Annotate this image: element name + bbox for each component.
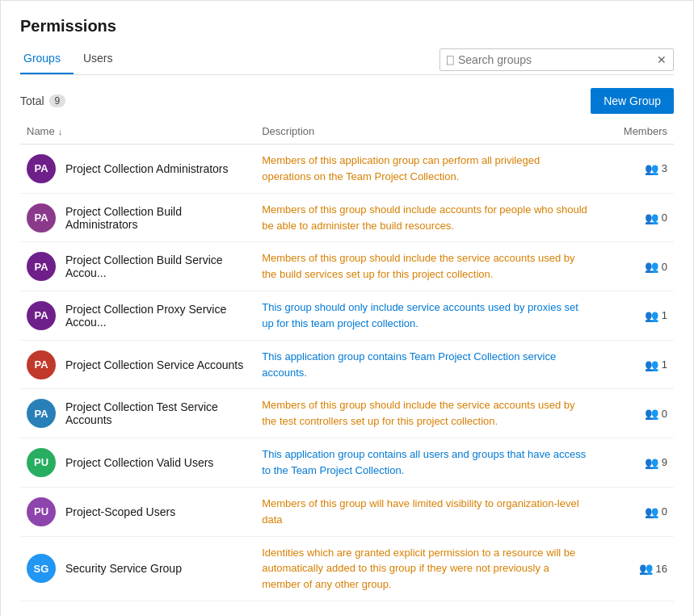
group-name[interactable]: Project Collection Administrators <box>65 162 229 175</box>
group-description-cell: This group should only include service a… <box>255 291 595 341</box>
tab-groups[interactable]: Groups <box>20 45 74 74</box>
group-name-cell: PA Project Collection Proxy Service Acco… <box>20 291 255 341</box>
group-name[interactable]: Security Service Group <box>65 562 182 575</box>
group-description-cell: This application group contains all user… <box>255 438 595 488</box>
group-avatar: PU <box>27 497 56 526</box>
sort-arrow-icon[interactable]: ↓ <box>58 127 63 136</box>
group-description-cell: Members of this group should include acc… <box>255 193 595 242</box>
members-icon: 👥 <box>639 562 653 575</box>
search-input[interactable] <box>458 53 652 66</box>
search-icon: ⎕ <box>447 53 453 66</box>
clear-icon[interactable]: ✕ <box>657 53 667 66</box>
group-name[interactable]: Project Collection Build Service Accou..… <box>65 254 249 279</box>
table-row: PA Project Collection Test Service Accou… <box>20 389 674 438</box>
group-name[interactable]: Project Collection Proxy Service Accou..… <box>65 303 249 329</box>
group-avatar: PA <box>27 154 56 183</box>
group-members-cell[interactable]: 👥 0 <box>595 389 674 438</box>
members-icon: 👥 <box>645 212 658 224</box>
group-name[interactable]: Project Collection Test Service Accounts <box>65 400 249 426</box>
group-name[interactable]: Project Collection Valid Users <box>65 456 213 469</box>
groups-table: Name ↓ Description Members PA Project Co… <box>20 120 674 601</box>
group-avatar: PA <box>27 301 56 330</box>
members-count: 9 <box>662 456 667 468</box>
group-description: Members of this group should include the… <box>262 252 574 280</box>
group-name-cell: PA Project Collection Test Service Accou… <box>20 389 255 438</box>
group-name[interactable]: Project Collection Service Accounts <box>65 358 243 371</box>
group-members-cell[interactable]: 👥 0 <box>595 242 674 291</box>
total-badge: 9 <box>49 94 66 107</box>
group-description-cell: Members of this application group can pe… <box>255 145 595 194</box>
members-icon: 👥 <box>645 456 658 469</box>
members-icon: 👥 <box>645 505 658 518</box>
group-name[interactable]: Project Collection Build Administrators <box>65 205 249 231</box>
table-row: PU Project Collection Valid Users This a… <box>20 438 674 488</box>
group-description: Members of this group will have limited … <box>262 497 578 526</box>
group-description: This application group contains all user… <box>262 448 586 476</box>
group-description-cell: Members of this group should include the… <box>255 242 595 291</box>
group-description-cell: Members of this group will have limited … <box>255 487 595 536</box>
group-name-cell: PA Project Collection Build Service Acco… <box>20 242 255 291</box>
members-count: 0 <box>662 261 667 273</box>
members-icon: 👥 <box>645 309 658 322</box>
description-column-header: Description <box>255 120 595 145</box>
group-name-cell: PA Project Collection Build Administrato… <box>20 193 255 242</box>
table-row: PA Project Collection Administrators Mem… <box>20 145 674 194</box>
group-members-cell[interactable]: 👥 0 <box>595 487 674 536</box>
group-description: Members of this application group can pe… <box>262 154 540 182</box>
members-count: 1 <box>662 309 667 321</box>
members-icon: 👥 <box>645 162 658 175</box>
group-members-cell[interactable]: 👥 1 <box>595 340 674 389</box>
table-row: PU Project-Scoped Users Members of this … <box>20 487 674 536</box>
members-icon: 👥 <box>645 358 658 371</box>
members-count: 3 <box>662 162 667 174</box>
members-count: 16 <box>656 563 667 575</box>
name-column-header: Name ↓ <box>20 120 255 145</box>
permissions-page: Permissions Groups Users ⎕ ✕ Total 9 New… <box>0 0 694 616</box>
members-icon: 👥 <box>645 260 658 273</box>
group-name-cell: PA Project Collection Administrators <box>20 145 255 194</box>
new-group-button[interactable]: New Group <box>591 88 674 114</box>
group-avatar: PA <box>27 252 56 281</box>
page-title: Permissions <box>20 17 674 36</box>
group-description: Members of this group should include the… <box>262 399 574 427</box>
group-name-cell: PA Project Collection Service Accounts <box>20 340 255 389</box>
table-row: SG Security Service Group Identities whi… <box>20 536 674 601</box>
group-description: Members of this group should include acc… <box>262 203 587 232</box>
group-description: This group should only include service a… <box>262 301 578 329</box>
members-column-header: Members <box>595 120 674 145</box>
group-avatar: PU <box>27 448 56 477</box>
group-description-cell: Identities which are granted explicit pe… <box>255 536 595 601</box>
table-row: PA Project Collection Build Service Acco… <box>20 242 674 291</box>
group-avatar: PA <box>27 350 56 379</box>
table-row: PA Project Collection Proxy Service Acco… <box>20 291 674 341</box>
table-row: PA Project Collection Build Administrato… <box>20 193 674 242</box>
group-description-cell: This application group contains Team Pro… <box>255 340 595 389</box>
group-name-cell: PU Project Collection Valid Users <box>20 438 255 488</box>
group-avatar: PA <box>27 203 56 233</box>
group-avatar: SG <box>27 554 56 583</box>
group-name-cell: SG Security Service Group <box>20 536 255 601</box>
group-description-cell: Members of this group should include the… <box>255 389 595 438</box>
total-label: Total <box>20 94 44 107</box>
members-count: 0 <box>662 505 667 518</box>
group-description: This application group contains Team Pro… <box>262 350 556 379</box>
tabs-row: Groups Users ⎕ ✕ <box>20 45 674 75</box>
total-count-area: Total 9 <box>20 94 65 107</box>
group-name-cell: PU Project-Scoped Users <box>20 487 255 536</box>
table-row: PA Project Collection Service Accounts T… <box>20 340 674 389</box>
members-icon: 👥 <box>645 407 658 420</box>
group-description: Identities which are granted explicit pe… <box>262 547 575 591</box>
tab-users[interactable]: Users <box>80 45 126 74</box>
tabs: Groups Users <box>20 45 132 74</box>
group-members-cell[interactable]: 👥 3 <box>595 145 674 194</box>
search-box: ⎕ ✕ <box>440 48 674 71</box>
members-count: 0 <box>662 212 667 224</box>
members-count: 0 <box>662 408 667 420</box>
toolbar: Total 9 New Group <box>20 88 674 114</box>
group-members-cell[interactable]: 👥 1 <box>595 291 674 341</box>
group-avatar: PA <box>27 399 56 428</box>
group-members-cell[interactable]: 👥 9 <box>595 438 674 488</box>
group-members-cell[interactable]: 👥 0 <box>595 193 674 242</box>
group-members-cell[interactable]: 👥 16 <box>595 536 674 601</box>
group-name[interactable]: Project-Scoped Users <box>65 505 175 518</box>
